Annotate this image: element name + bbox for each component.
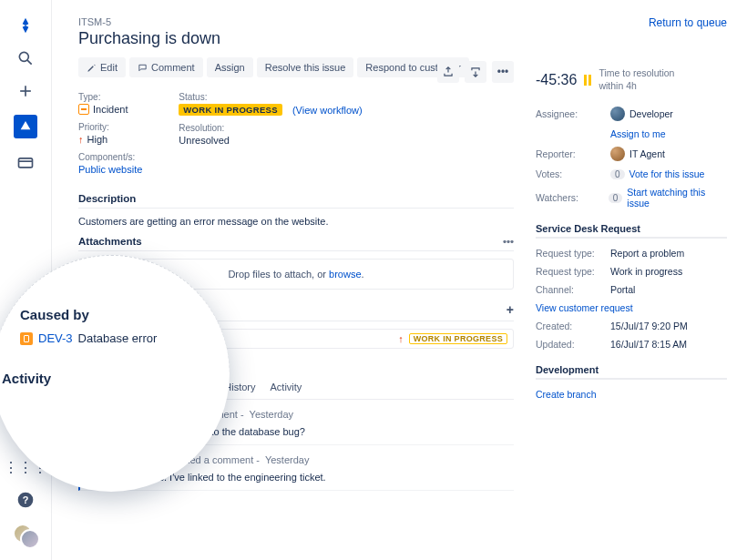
reporter-value: IT Agent: [629, 148, 665, 159]
type-value: Incident: [93, 104, 128, 115]
comment-button[interactable]: Comment: [129, 57, 203, 77]
description-body: Customers are getting an error message o…: [78, 216, 514, 227]
credit-card-icon[interactable]: [16, 153, 35, 171]
attachments-more-icon[interactable]: •••: [503, 236, 514, 247]
lens-issue-key[interactable]: DEV-3: [38, 331, 73, 345]
return-to-queue-link[interactable]: Return to queue: [649, 16, 727, 29]
lens-issue-summary: Database error: [78, 331, 158, 345]
resolution-label: Resolution:: [179, 123, 362, 133]
lens-activity-heading: Activity: [2, 371, 208, 386]
svg-text:?: ?: [23, 494, 29, 505]
jira-logo-icon[interactable]: [16, 16, 35, 35]
add-link-icon[interactable]: +: [507, 302, 514, 317]
issue-meta: Type: Incident Priority: ↑High Component…: [78, 92, 514, 175]
export-icon[interactable]: [465, 61, 486, 83]
service-desk-heading: Service Desk Request: [536, 223, 727, 239]
view-workflow-link[interactable]: (View workflow): [292, 105, 363, 116]
linked-status-badge: WORK IN PROGRESS: [409, 333, 507, 344]
lens-caused-by-heading: Caused by: [20, 307, 208, 322]
browse-link[interactable]: browse: [329, 269, 361, 280]
create-branch-link[interactable]: Create branch: [536, 389, 597, 400]
assign-button[interactable]: Assign: [207, 57, 253, 77]
avatar: [610, 107, 625, 121]
status-badge[interactable]: WORK IN PROGRESS: [179, 104, 282, 116]
description-heading: Description: [78, 184, 514, 209]
zoom-lens-overlay: Caused by DEV-3 Database error Activity: [0, 255, 230, 492]
resolution-value: Unresolved: [179, 135, 362, 146]
issue-title: Purchasing is down: [78, 29, 514, 48]
resolve-button[interactable]: Resolve this issue: [257, 57, 354, 77]
comment-time: Yesterday: [265, 454, 310, 465]
sla-panel: -45:36 Time to resolutionwithin 4h: [536, 67, 727, 92]
assignee-value: Developer: [629, 108, 673, 119]
svg-rect-4: [19, 158, 33, 168]
priority-high-icon: ↑: [398, 333, 404, 344]
component-link[interactable]: Public website: [78, 164, 142, 175]
breadcrumb[interactable]: ITSM-5: [78, 16, 514, 27]
story-icon: [20, 332, 33, 345]
top-right-actions: Return to queue: [649, 16, 727, 29]
type-label: Type:: [78, 92, 142, 102]
priority-label: Priority:: [78, 122, 142, 132]
attachments-heading: Attachments •••: [78, 227, 514, 251]
svg-point-0: [19, 52, 28, 61]
issue-sidebar: -45:36 Time to resolutionwithin 4h Assig…: [536, 16, 727, 560]
product-switcher-icon[interactable]: [14, 115, 37, 138]
edit-button[interactable]: Edit: [78, 57, 126, 77]
search-icon[interactable]: [16, 49, 35, 67]
share-icon[interactable]: [437, 61, 459, 83]
sla-time: -45:36: [536, 72, 577, 88]
pause-icon[interactable]: [584, 75, 591, 86]
priority-high-icon: ↑: [78, 134, 84, 145]
watch-link[interactable]: Start watching this issue: [627, 187, 727, 209]
watchers-count: 0: [609, 193, 623, 203]
avatar: [610, 147, 625, 161]
tab-activity[interactable]: Activity: [271, 376, 302, 399]
priority-value: High: [87, 134, 108, 145]
profile-avatar[interactable]: [13, 524, 38, 549]
more-actions-icon[interactable]: •••: [492, 61, 514, 83]
votes-count: 0: [610, 169, 625, 179]
help-icon[interactable]: ?: [16, 491, 35, 509]
status-label: Status:: [179, 92, 362, 102]
create-icon[interactable]: [16, 82, 35, 100]
assign-to-me-link[interactable]: Assign to me: [610, 128, 666, 139]
comment-time: Yesterday: [250, 409, 294, 420]
vote-link[interactable]: Vote for this issue: [629, 168, 705, 179]
incident-icon: [78, 104, 89, 115]
comment-label: Comment: [151, 62, 195, 73]
edit-label: Edit: [100, 62, 118, 73]
development-heading: Development: [536, 364, 727, 380]
view-customer-request-link[interactable]: View customer request: [536, 302, 633, 313]
svg-line-1: [27, 60, 32, 65]
components-label: Component/s:: [78, 152, 142, 162]
